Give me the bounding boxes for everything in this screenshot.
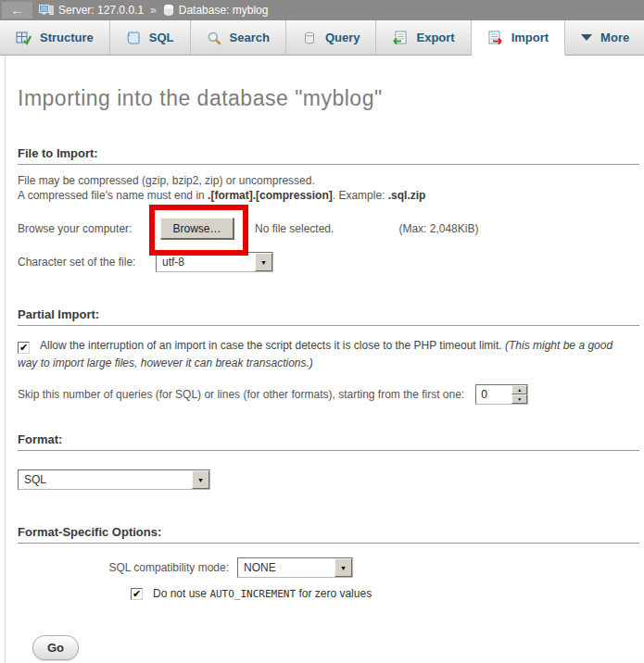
section-heading-file-to-import: File to Import: — [18, 146, 639, 165]
breadcrumb-database[interactable]: Database: myblog — [163, 4, 269, 17]
query-icon — [302, 31, 317, 45]
allow-interrupt-row: ✔Allow the interruption of an import in … — [18, 337, 640, 372]
database-icon — [163, 4, 174, 17]
skip-queries-stepper[interactable]: 0 ▲ ▼ — [475, 384, 528, 405]
breadcrumb-server[interactable]: Server: 127.0.0.1 — [39, 4, 144, 17]
section-heading-format: Format: — [18, 432, 639, 451]
sql-compat-select[interactable]: NONE ▼ — [237, 557, 353, 578]
dropdown-arrow-icon[interactable]: ▼ — [255, 253, 272, 271]
breadcrumb-database-label: Database: myblog — [179, 4, 269, 17]
page-title: Importing into the database "myblog" — [18, 56, 640, 111]
export-icon — [392, 31, 408, 45]
auto-increment-label: Do not use AUTO_INCREMENT for zero value… — [153, 587, 372, 600]
tab-search[interactable]: Search — [191, 20, 286, 56]
tab-label: Export — [416, 31, 454, 44]
dropdown-arrow-icon[interactable]: ▼ — [335, 558, 352, 577]
charset-label: Character set of the file: — [18, 256, 156, 269]
auto-increment-row: ✔ Do not use AUTO_INCREMENT for zero val… — [18, 587, 640, 600]
tab-import[interactable]: Import — [472, 20, 565, 56]
sql-icon — [126, 31, 141, 45]
main-content: Importing into the database "myblog" Fil… — [5, 56, 644, 663]
tab-more[interactable]: More — [565, 20, 644, 56]
skip-queries-row: Skip this number of queries (for SQL) or… — [18, 384, 640, 405]
allow-interrupt-text: Allow the interruption of an import in c… — [40, 339, 505, 352]
breadcrumb: ← Server: 127.0.0.1 » Database: myblog — [0, 0, 644, 20]
structure-icon — [16, 31, 32, 45]
section-heading-partial-import: Partial Import: — [18, 307, 639, 326]
charset-select[interactable]: utf-8 ▼ — [156, 252, 273, 272]
section-heading-format-specific: Format-Specific Options: — [18, 525, 639, 544]
browse-computer-label: Browse your computer: — [18, 222, 157, 235]
tab-label: Query — [325, 31, 360, 44]
compression-help-text: File may be compressed (gzip, bzip2, zip… — [18, 173, 640, 203]
sql-compat-label: SQL compatibility mode: — [18, 561, 237, 574]
file-upload-row: Browse your computer: Browse… No file se… — [18, 218, 640, 240]
breadcrumb-separator: » — [150, 4, 157, 17]
no-file-selected-text: No file selected. — [255, 222, 334, 235]
dropdown-arrow-icon[interactable]: ▼ — [192, 470, 209, 489]
skip-queries-value: 0 — [476, 385, 511, 404]
sql-compat-selected-value: NONE — [238, 558, 335, 577]
skip-queries-label: Skip this number of queries (for SQL) or… — [18, 388, 464, 401]
format-select[interactable]: SQL ▼ — [18, 469, 210, 490]
back-arrow-button[interactable]: ← — [2, 2, 32, 19]
format-selected-value: SQL — [19, 470, 192, 489]
tab-label: SQL — [149, 31, 174, 44]
import-icon — [487, 31, 503, 45]
tab-label: Structure — [40, 31, 94, 44]
chevron-down-icon — [581, 34, 592, 41]
tab-label: Import — [511, 31, 549, 44]
go-button[interactable]: Go — [32, 635, 79, 660]
auto-increment-checkbox[interactable]: ✔ — [131, 588, 143, 600]
server-icon — [39, 4, 54, 17]
charset-selected-value: utf-8 — [157, 253, 255, 271]
charset-row: Character set of the file: utf-8 ▼ — [18, 252, 640, 272]
tab-label: More — [600, 31, 629, 44]
sql-compat-row: SQL compatibility mode: NONE ▼ — [18, 557, 640, 578]
tab-sql[interactable]: SQL — [110, 20, 191, 56]
tab-label: Search — [230, 31, 270, 44]
stepper-up-icon[interactable]: ▲ — [511, 385, 527, 394]
search-icon — [207, 31, 221, 45]
browse-button[interactable]: Browse… — [160, 218, 234, 240]
tab-export[interactable]: Export — [376, 20, 471, 56]
tab-query[interactable]: Query — [286, 20, 377, 56]
breadcrumb-server-label: Server: 127.0.0.1 — [58, 4, 144, 17]
max-upload-size: (Max: 2,048KiB) — [398, 222, 478, 235]
allow-interrupt-checkbox[interactable]: ✔ — [18, 342, 30, 354]
tab-bar: Structure SQL Search Query — [0, 20, 644, 56]
tab-structure[interactable]: Structure — [0, 20, 110, 56]
back-arrow-icon: ← — [11, 4, 24, 17]
stepper-down-icon[interactable]: ▼ — [511, 394, 527, 404]
format-row: SQL ▼ — [18, 469, 640, 490]
